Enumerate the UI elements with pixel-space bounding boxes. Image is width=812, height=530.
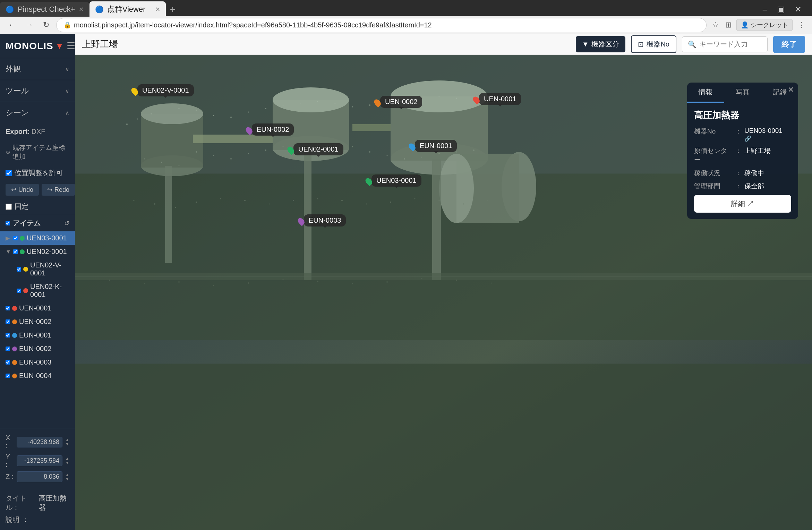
url-box[interactable]: 🔒 monolist.pinspect.jp/item-locator-view…: [56, 18, 707, 32]
tree-checkbox-UEN02-K-0001[interactable]: [17, 289, 21, 293]
tree-item-EUN-0004[interactable]: EUN-0004: [0, 369, 75, 383]
info-tab-details[interactable]: 情報: [687, 83, 724, 103]
position-adjust-row[interactable]: 位置調整を許可: [0, 165, 75, 181]
svg-point-49: [230, 158, 232, 160]
tree-dot-UEN03-0001: [20, 236, 25, 241]
coord-z-up[interactable]: ▲: [65, 473, 69, 477]
back-button[interactable]: ←: [6, 19, 19, 31]
info-tab-photos[interactable]: 写真: [724, 83, 761, 103]
info-panel-close-button[interactable]: ✕: [788, 85, 794, 94]
tree-checkbox-UEN03-0001[interactable]: [13, 236, 18, 240]
tree-dot-UEN02-V-0001: [23, 267, 28, 272]
tree-checkbox-EUN-0001[interactable]: [6, 333, 10, 337]
profile-button[interactable]: 👤 シークレット: [736, 19, 793, 31]
tab-title-pinspect: Pinspect Check+: [18, 5, 75, 14]
tree-item-EUN-0001[interactable]: EUN-0001: [0, 328, 75, 342]
export-section: Export: DXF: [0, 123, 75, 140]
filter-equipment-type-button[interactable]: ▼ 機器区分: [576, 36, 626, 52]
svg-point-38: [387, 101, 388, 102]
tree-checkbox-UEN-0002[interactable]: [6, 319, 10, 324]
coord-y-down[interactable]: ▼: [65, 461, 69, 465]
svg-point-65: [144, 283, 145, 284]
tree-item-UEN02-V-0001[interactable]: UEN02-V-0001: [0, 258, 75, 280]
svg-point-76: [134, 200, 135, 201]
items-all-checkbox[interactable]: [6, 221, 10, 225]
detail-button[interactable]: 詳細 ↗: [694, 195, 791, 213]
tree-item-UEN-0001[interactable]: UEN-0001: [0, 301, 75, 315]
tab-pointcloud[interactable]: 🔵 点群Viewer ✕: [89, 1, 166, 17]
tree-checkbox-UEN02-V-0001[interactable]: [17, 267, 21, 272]
info-field-sep-3: ：: [735, 169, 742, 178]
sidebar-section-scene-header[interactable]: シーン ∧: [0, 102, 75, 123]
coord-y-label: Y :: [6, 453, 14, 469]
finish-button[interactable]: 終了: [773, 36, 805, 53]
tree-item-EUN-0003[interactable]: EUN-0003: [0, 356, 75, 369]
svg-point-66: [178, 281, 180, 283]
position-adjust-checkbox[interactable]: [6, 170, 12, 176]
fixed-row[interactable]: 固定: [0, 198, 75, 215]
tree-label-UEN02-0001: UEN02-0001: [27, 248, 67, 256]
maximize-button[interactable]: ▣: [773, 3, 788, 16]
redo-button[interactable]: ↪ Redo: [42, 184, 75, 196]
position-adjust-label: 位置調整を許可: [15, 168, 63, 178]
menu-button[interactable]: ⋮: [796, 19, 806, 31]
browser-actions: ☆ ⊞ 👤 シークレット ⋮: [711, 19, 806, 31]
svg-point-31: [265, 108, 266, 109]
detail-btn-label: 詳細 ↗: [731, 200, 754, 207]
tree-checkbox-UEN02-0001[interactable]: [13, 249, 18, 254]
tree-item-UEN02-K-0001[interactable]: UEN02-K-0001: [0, 280, 75, 301]
info-field-department: 管理部門 ： 保全部: [694, 182, 791, 191]
close-button[interactable]: ✕: [791, 3, 805, 16]
forward-button[interactable]: →: [23, 19, 36, 31]
svg-point-42: [456, 98, 457, 99]
search-box[interactable]: 🔍: [682, 36, 768, 52]
tab-close-pointcloud[interactable]: ✕: [155, 6, 160, 13]
sidebar-section-appearance: 外観 ∨: [0, 58, 75, 80]
sidebar-menu-button[interactable]: ☰: [64, 40, 75, 52]
coord-z-row: Z : 8.036 ▲ ▼: [6, 470, 69, 484]
svg-point-71: [352, 283, 353, 284]
profile-label: シークレット: [751, 21, 788, 29]
refresh-button[interactable]: ↻: [40, 19, 52, 31]
svg-point-45: [161, 162, 162, 163]
svg-point-86: [366, 204, 367, 205]
coord-x-down[interactable]: ▼: [65, 442, 69, 446]
undo-icon: ↩: [11, 186, 16, 194]
tab-close-pinspect[interactable]: ✕: [79, 6, 84, 13]
tree-item-UEN03-0001[interactable]: ▶ UEN03-0001: [0, 231, 75, 245]
split-view-button[interactable]: ⊞: [724, 19, 733, 31]
fixed-checkbox[interactable]: [6, 204, 12, 210]
sidebar-section-appearance-header[interactable]: 外観 ∨: [0, 58, 75, 80]
tab-pinspect[interactable]: 🔵 Pinspect Check+ ✕: [0, 2, 89, 17]
new-tab-button[interactable]: +: [170, 4, 176, 15]
sidebar-section-tools-header[interactable]: ツール ∨: [0, 80, 75, 102]
add-existing-row[interactable]: ⚙ 既存アイテム座標追加: [0, 140, 75, 165]
desc-label: 説明: [6, 515, 19, 524]
tree-item-EUN-0002[interactable]: EUN-0002: [0, 342, 75, 356]
bookmark-button[interactable]: ☆: [711, 19, 720, 31]
browser-chrome: 🔵 Pinspect Check+ ✕ 🔵 点群Viewer ✕ + – ▣ ✕…: [0, 0, 812, 34]
tree-checkbox-EUN-0002[interactable]: [6, 347, 10, 351]
svg-point-26: [179, 108, 180, 109]
tree-checkbox-UEN-0001[interactable]: [6, 306, 10, 310]
minimize-button[interactable]: –: [759, 3, 771, 16]
tree-item-UEN-0002[interactable]: UEN-0002: [0, 315, 75, 328]
info-field-value-cost-center: 上野工場: [744, 146, 771, 155]
svg-point-90: [463, 204, 464, 205]
logo: MONOLIS ▼: [6, 41, 64, 52]
tree-checkbox-EUN-0003[interactable]: [6, 360, 10, 365]
coord-z-down[interactable]: ▼: [65, 477, 69, 481]
info-tab-details-label: 情報: [699, 88, 712, 96]
tree-dot-UEN02-0001: [20, 249, 25, 254]
tree-checkbox-EUN-0004[interactable]: [6, 374, 10, 378]
undo-button[interactable]: ↩ Undo: [6, 184, 39, 196]
refresh-items-button[interactable]: ↺: [64, 220, 69, 227]
svg-point-69: [283, 279, 284, 280]
search-input[interactable]: [699, 40, 762, 48]
tree-item-UEN02-0001[interactable]: ▼ UEN02-0001: [0, 245, 75, 258]
svg-point-24: [137, 119, 138, 120]
equipment-no-button[interactable]: ⊡ 機器No: [631, 35, 676, 53]
viewer-canvas[interactable]: UEN02-V-0001 EUN-0002 UEN02-0001 EUN-000…: [75, 55, 812, 530]
info-field-label-status: 稼働状況: [694, 169, 732, 178]
tree-label-UEN-0002: UEN-0002: [19, 318, 51, 326]
